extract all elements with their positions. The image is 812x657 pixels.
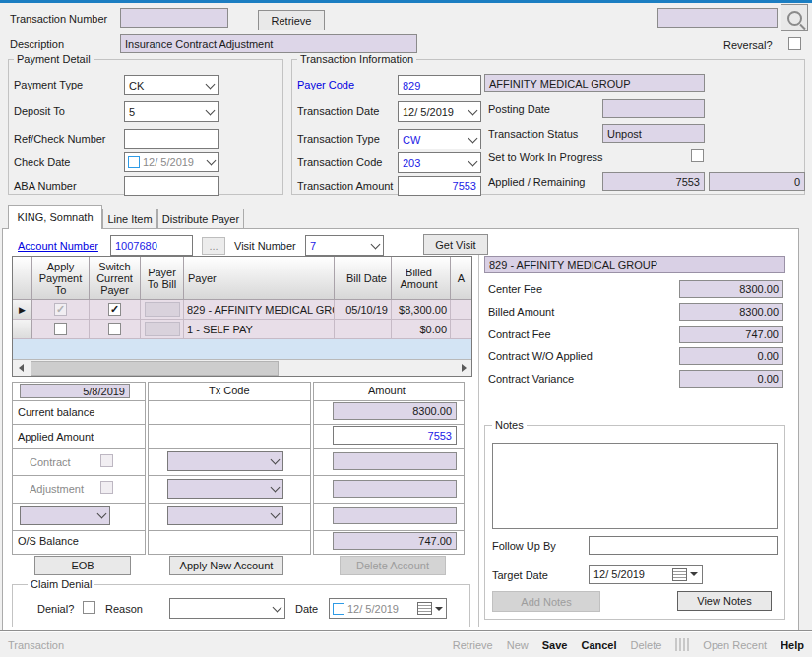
payer-code-link[interactable]: Payer Code: [297, 79, 354, 91]
target-date-picker[interactable]: 12/ 5/2019: [589, 565, 703, 584]
target-date-value: 12/ 5/2019: [593, 568, 645, 580]
payer-to-bill-cell[interactable]: [141, 300, 184, 320]
transaction-date-picker[interactable]: 12/ 5/2019: [398, 101, 481, 122]
status-new-action[interactable]: New: [507, 639, 529, 651]
contract-checkbox[interactable]: [100, 454, 113, 467]
payer-code-field[interactable]: 829: [398, 75, 481, 95]
switch-payer-checkbox[interactable]: [108, 303, 121, 316]
grid-empty-area: [13, 339, 471, 359]
visit-number-value: 7: [310, 240, 316, 252]
billed-amount-cell: $8,300.00: [392, 300, 451, 320]
chevron-down-icon: [271, 455, 281, 465]
applied-field: 7553: [602, 172, 705, 191]
apply-payment-cell[interactable]: [32, 320, 90, 339]
adjustment-amount-field: [333, 480, 457, 498]
col-billed-amount[interactable]: Billed Amount: [392, 257, 451, 300]
table-row[interactable]: ▶ 829 - AFFINITY MEDICAL GRO 05/10/19 $8…: [13, 300, 471, 320]
browse-button[interactable]: ...: [202, 237, 225, 255]
transaction-number-field[interactable]: [120, 8, 228, 28]
payment-type-select[interactable]: CK: [124, 75, 219, 95]
get-visit-button[interactable]: Get Visit: [423, 234, 488, 255]
check-date-checkbox[interactable]: [128, 156, 140, 168]
status-cancel-action[interactable]: Cancel: [581, 639, 616, 651]
billed-amount-field: 8300.00: [679, 303, 783, 321]
extra-txcode-select[interactable]: [167, 506, 283, 525]
notes-textarea[interactable]: [492, 443, 778, 529]
row-selector[interactable]: ▶: [13, 300, 32, 320]
adjustment-txcode-select[interactable]: [167, 479, 283, 499]
col-payer-to-bill[interactable]: Payer To Bill: [141, 257, 184, 300]
applied-amount-field[interactable]: 7553: [333, 426, 457, 445]
description-field: Insurance Contract Adjustment: [120, 34, 417, 53]
denial-checkbox[interactable]: [83, 601, 95, 614]
reversal-checkbox[interactable]: [788, 37, 801, 50]
adjustment-checkbox[interactable]: [100, 481, 113, 494]
add-notes-button[interactable]: Add Notes: [492, 591, 600, 612]
calendar-icon: [672, 568, 687, 581]
check-date-picker[interactable]: 12/ 5/2019: [124, 152, 219, 172]
ref-check-number-field[interactable]: [124, 129, 219, 149]
row-selector[interactable]: [13, 320, 32, 339]
search-button[interactable]: [781, 4, 808, 31]
apply-payment-checkbox[interactable]: [54, 303, 67, 316]
visit-number-select[interactable]: 7: [305, 235, 384, 256]
payment-detail-title: Payment Detail: [14, 53, 94, 65]
set-to-wip-checkbox[interactable]: [691, 149, 704, 162]
clipped-cell: [451, 320, 471, 339]
tab-line-item[interactable]: Line Item: [102, 209, 157, 228]
follow-up-by-field[interactable]: [589, 536, 778, 555]
status-retrieve-action[interactable]: Retrieve: [453, 639, 493, 651]
denial-date-checkbox[interactable]: [333, 603, 344, 615]
apply-new-account-button[interactable]: Apply New Account: [169, 556, 283, 575]
tab-distribute-payer[interactable]: Distribute Payer: [157, 209, 244, 228]
account-number-link[interactable]: Account Number: [18, 240, 98, 253]
retrieve-button[interactable]: Retrieve: [258, 10, 325, 30]
transaction-code-select[interactable]: 203: [398, 152, 481, 173]
col-switch-current-payer[interactable]: Switch Current Payer: [90, 257, 141, 300]
eob-button[interactable]: EOB: [34, 556, 131, 575]
horizontal-scrollbar[interactable]: [13, 359, 471, 376]
deposit-to-select[interactable]: 5: [124, 101, 219, 122]
apply-payment-checkbox[interactable]: [54, 323, 67, 335]
transaction-amount-field[interactable]: 7553: [398, 176, 481, 196]
switch-payer-cell[interactable]: [90, 300, 141, 320]
aba-number-field[interactable]: [124, 176, 219, 196]
arrow-left-icon: [19, 364, 24, 372]
scroll-thumb[interactable]: [31, 361, 279, 376]
view-notes-button[interactable]: View Notes: [677, 591, 772, 611]
contract-txcode-select[interactable]: [167, 451, 283, 471]
tab-king-somnath[interactable]: KING, Somnath: [8, 205, 102, 229]
aba-number-label: ABA Number: [14, 180, 77, 193]
denial-date-picker[interactable]: 12/ 5/2019: [329, 598, 447, 619]
extra-type-select[interactable]: [20, 506, 110, 525]
payer-to-bill-cell[interactable]: [141, 320, 184, 339]
status-delete-action[interactable]: Delete: [631, 639, 662, 651]
applied-remaining-label: Applied / Remaining: [488, 176, 585, 189]
switch-payer-checkbox[interactable]: [108, 323, 121, 335]
switch-payer-cell[interactable]: [90, 320, 141, 339]
status-help-action[interactable]: Help: [781, 639, 804, 651]
notes-title: Notes: [492, 419, 527, 431]
denial-date-label: Date: [295, 603, 318, 616]
transaction-date-label: Transaction Date: [297, 105, 379, 118]
scroll-right-button[interactable]: [456, 360, 471, 375]
col-apply-payment-to[interactable]: Apply Payment To: [32, 257, 90, 300]
contract-variance-field: 0.00: [679, 370, 783, 388]
transaction-status-label: Transaction Status: [488, 128, 578, 141]
col-bill-date[interactable]: Bill Date: [335, 257, 392, 300]
transaction-amount-label: Transaction Amount: [297, 180, 393, 193]
quick-search-field[interactable]: [657, 8, 778, 28]
col-payer[interactable]: Payer: [184, 257, 335, 300]
status-open-recent-action[interactable]: Open Recent: [703, 639, 767, 651]
delete-account-button[interactable]: Delete Account: [340, 556, 446, 575]
table-row[interactable]: 1 - SELF PAY $0.00: [13, 320, 471, 339]
reason-select[interactable]: [169, 598, 285, 619]
status-save-action[interactable]: Save: [542, 639, 568, 651]
amount-header: Amount: [368, 385, 406, 397]
account-number-field[interactable]: 1007680: [110, 235, 193, 256]
contract-wo-applied-field: 0.00: [679, 347, 783, 365]
transaction-type-select[interactable]: CW: [398, 129, 481, 149]
denial-label: Denial?: [37, 603, 74, 616]
apply-payment-cell[interactable]: [32, 300, 90, 320]
scroll-left-button[interactable]: [13, 360, 29, 375]
